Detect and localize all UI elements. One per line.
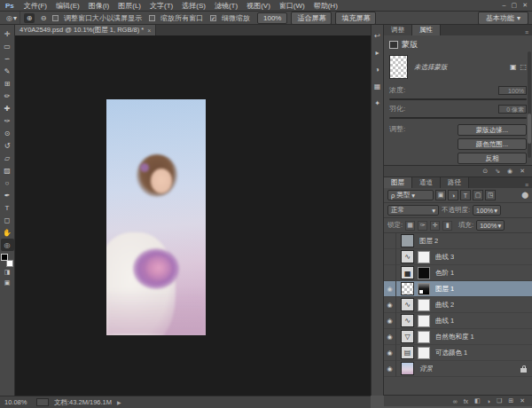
history-panel-icon[interactable]: ↩ (374, 32, 380, 40)
actual-pixels-button[interactable]: 100% (257, 12, 287, 24)
opacity-dropdown[interactable]: 100% ▾ (473, 205, 501, 216)
layer-name[interactable]: 图层 2 (419, 237, 438, 246)
lock-transparent-icon[interactable]: ▦ (405, 221, 415, 231)
menu-window[interactable]: 窗口(W) (275, 1, 309, 11)
layer-name[interactable]: 背景 (419, 365, 433, 373)
quick-selection-tool[interactable]: ✎ (1, 65, 14, 77)
zoom-tool[interactable]: ◎ (1, 239, 14, 251)
apply-mask-icon[interactable]: ⇘ (495, 168, 500, 175)
menu-file[interactable]: 文件(F) (20, 1, 51, 11)
layer-row[interactable]: ◉ ∿ 曲线 1 (384, 313, 532, 329)
fit-screen-button[interactable]: 适合屏幕 (291, 12, 332, 25)
panel-menu-icon[interactable]: ≡ (525, 29, 532, 35)
zoom-out-button[interactable]: ⊖ (38, 13, 49, 23)
mask-edge-button[interactable]: 蒙版边缘... (458, 124, 527, 136)
lock-position-icon[interactable]: ✛ (430, 221, 440, 231)
menu-type[interactable]: 文字(T) (145, 1, 177, 11)
actions-panel-icon[interactable]: ▸ (375, 49, 379, 57)
adjustments-panel-icon[interactable]: ◑ (375, 66, 379, 74)
background-color-swatch[interactable] (6, 260, 13, 267)
layer-row[interactable]: ▅ 色阶 1 (384, 265, 532, 281)
color-swatches[interactable] (1, 254, 13, 267)
visibility-toggle[interactable]: ◉ (384, 329, 396, 345)
layer-mask-thumbnail[interactable] (418, 315, 430, 327)
visibility-toggle[interactable]: ◉ (384, 281, 396, 297)
maximize-icon[interactable]: ▢ (512, 2, 518, 9)
blur-tool[interactable]: ○ (1, 177, 14, 189)
mask-thumbnail[interactable] (389, 55, 408, 79)
menu-help[interactable]: 帮助(H) (309, 1, 342, 11)
foreground-color-swatch[interactable] (1, 254, 8, 261)
delete-mask-icon[interactable]: ✕ (520, 168, 525, 175)
quick-mask-button[interactable]: ◨ (1, 267, 14, 278)
close-icon[interactable]: ✕ (522, 2, 528, 9)
scrubby-zoom-checkbox[interactable]: ✓ (210, 15, 216, 21)
marquee-tool[interactable]: ▭ (1, 40, 14, 52)
curves-adjustment-icon[interactable]: ∿ (401, 250, 414, 263)
layer-thumbnail[interactable] (401, 234, 414, 247)
layer-mask-thumbnail[interactable] (418, 331, 430, 343)
zoom-level-field[interactable]: 10.08% (4, 398, 31, 406)
tab-adjustments[interactable]: 调整 (384, 25, 412, 35)
lock-pixels-icon[interactable]: ✑ (418, 221, 427, 231)
shape-tool[interactable]: ◻ (1, 214, 14, 226)
add-vector-mask-icon[interactable]: ⬚ (520, 63, 527, 71)
layer-mask-thumbnail[interactable] (418, 251, 430, 263)
spot-healing-tool[interactable]: ✚ (1, 102, 14, 114)
enable-mask-icon[interactable]: ◉ (507, 168, 512, 175)
status-options-box[interactable] (36, 398, 49, 406)
smart-object-filter-icon[interactable]: ◳ (485, 190, 496, 200)
layer-row[interactable]: ∿ 曲线 3 (384, 249, 532, 265)
tab-paths[interactable]: 路径 (441, 177, 469, 188)
lasso-tool[interactable]: ∽ (1, 52, 14, 65)
screen-mode-button[interactable]: ▣ (1, 278, 14, 288)
layer-name[interactable]: 自然饱和度 1 (435, 333, 474, 341)
layer-mask-thumbnail[interactable] (418, 283, 430, 295)
fill-screen-button[interactable]: 填充屏幕 (335, 12, 376, 25)
eraser-tool[interactable]: ▱ (1, 152, 14, 164)
adjustment-layers-filter-icon[interactable]: ◑ (448, 190, 458, 200)
add-pixel-mask-icon[interactable]: ▣ (510, 63, 517, 71)
menu-edit[interactable]: 编辑(E) (51, 1, 84, 11)
pixel-layers-filter-icon[interactable]: ▣ (435, 190, 446, 200)
type-tool[interactable]: T (1, 201, 14, 214)
layer-mask-thumbnail[interactable] (418, 347, 430, 359)
menu-filter[interactable]: 滤镜(T) (210, 1, 242, 11)
blend-mode-dropdown[interactable]: 正常 ▾ (387, 205, 439, 216)
styles-panel-icon[interactable]: ▦ (374, 82, 381, 90)
layer-thumbnail[interactable] (401, 362, 414, 375)
menu-select[interactable]: 选择(S) (177, 1, 210, 11)
gradient-tool[interactable]: ▨ (1, 164, 14, 177)
brush-tool[interactable]: ✑ (1, 114, 14, 127)
scrollbar-thumb[interactable] (528, 114, 531, 144)
pen-tool[interactable]: ✒ (1, 189, 14, 201)
visibility-toggle[interactable] (384, 265, 396, 281)
menu-view[interactable]: 视图(V) (242, 1, 275, 11)
layer-style-icon[interactable]: fx (464, 398, 468, 404)
canvas-area[interactable] (15, 35, 371, 396)
invert-button[interactable]: 反相 (458, 153, 527, 164)
properties-scrollbar[interactable] (528, 51, 531, 158)
density-value[interactable]: 100% (498, 86, 527, 95)
tab-layers[interactable]: 图层 (384, 177, 412, 188)
visibility-toggle[interactable]: ◉ (384, 361, 396, 377)
document-image[interactable] (106, 99, 206, 335)
add-mask-icon[interactable]: ◧ (474, 397, 481, 404)
tab-properties[interactable]: 属性 (412, 25, 441, 35)
menu-layer[interactable]: 图层(L) (113, 1, 145, 11)
zoom-in-button[interactable]: ⊕ (24, 13, 35, 23)
layer-row[interactable]: 图层 2 (384, 233, 532, 249)
curves-adjustment-icon[interactable]: ∿ (401, 298, 414, 311)
color-range-button[interactable]: 颜色范围... (458, 138, 527, 150)
clone-stamp-tool[interactable]: ⊙ (1, 127, 14, 139)
feather-value[interactable]: 0 像素 (498, 105, 527, 114)
load-selection-icon[interactable]: ⊙ (482, 168, 488, 175)
visibility-toggle[interactable]: ◉ (384, 297, 396, 313)
layer-row-selected[interactable]: ◉ 图层 1 (384, 281, 532, 297)
eyedropper-tool[interactable]: ✏ (1, 90, 14, 102)
layer-name[interactable]: 可选颜色 1 (435, 349, 467, 357)
vibrance-adjustment-icon[interactable]: ▽ (401, 330, 414, 343)
workspace-switcher[interactable]: 基本功能 ▾ (478, 12, 528, 25)
layer-name[interactable]: 曲线 2 (435, 301, 454, 310)
visibility-toggle[interactable] (384, 249, 396, 265)
